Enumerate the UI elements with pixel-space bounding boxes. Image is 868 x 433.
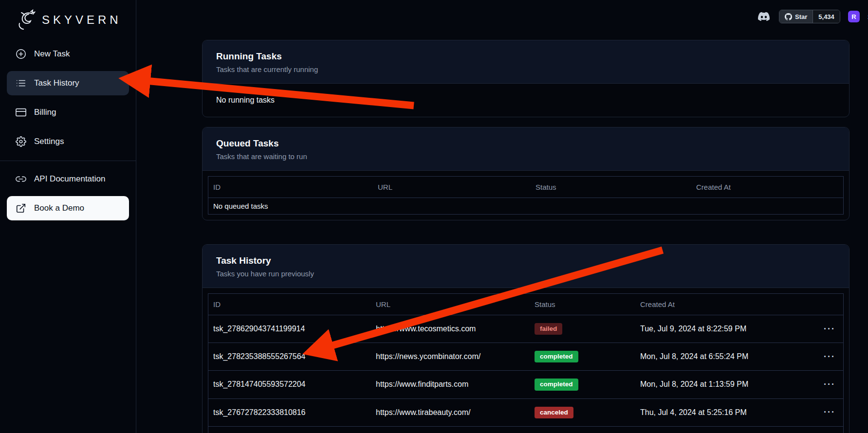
task-status-cell: canceled (530, 407, 635, 418)
skyvern-dragon-icon (15, 9, 37, 31)
external-link-icon (16, 203, 26, 214)
card-subtitle: Tasks you have run previously (216, 270, 835, 278)
task-status-cell: failed (530, 323, 635, 335)
task-url: https://www.finditparts.com (371, 380, 530, 389)
logo-text: SKYVERN (42, 13, 122, 27)
sidebar-item-book-a-demo[interactable]: Book a Demo (7, 196, 129, 220)
sidebar-item-billing[interactable]: Billing (7, 100, 129, 125)
plus-circle-icon (16, 49, 26, 59)
task-status-cell: completed (530, 351, 635, 362)
task-url: https://news.ycombinator.com/ (371, 352, 530, 361)
table-header-row: ID URL Status Created At (208, 294, 843, 315)
task-id: tsk_276727822333810816 (208, 408, 371, 417)
table-row[interactable]: tsk_278147405593572204 https://www.findi… (208, 370, 843, 398)
status-badge: failed (535, 323, 562, 335)
table-row[interactable]: tsk_278235388555267564 https://news.ycom… (208, 343, 843, 370)
table-header-row: ID URL Status Created At (208, 177, 843, 198)
task-id: tsk_278235388555267564 (208, 352, 371, 361)
status-badge: completed (535, 351, 578, 362)
gear-icon (16, 136, 26, 147)
table-row[interactable]: tsk_278629043741199914 https://www.tecos… (208, 315, 843, 343)
row-actions-button[interactable]: ··· (816, 352, 843, 362)
task-history-header: Task History Tasks you have run previous… (203, 245, 849, 288)
table-row[interactable]: tsk_274180139292204058 https://www.geico… (208, 426, 843, 433)
sidebar-divider (0, 161, 136, 161)
sidebar-item-new-task[interactable]: New Task (7, 42, 129, 66)
sidebar-nav: New Task Task History Billing Settings (0, 42, 136, 220)
card-title: Queued Tasks (216, 138, 835, 149)
sidebar-item-api-documentation[interactable]: API Documentation (7, 167, 129, 191)
queued-tasks-header: Queued Tasks Tasks that are waiting to r… (203, 127, 849, 171)
status-badge: canceled (535, 407, 573, 418)
row-actions-button[interactable]: ··· (816, 379, 843, 390)
sidebar-item-task-history[interactable]: Task History (7, 71, 129, 95)
queued-tasks-table: ID URL Status Created At No queued tasks (208, 176, 844, 215)
column-header-id: ID (208, 183, 373, 191)
running-tasks-empty: No running tasks (203, 84, 849, 117)
column-header-id: ID (208, 300, 371, 308)
status-badge: completed (535, 379, 578, 390)
task-url: https://www.tecosmetics.com (371, 325, 530, 333)
column-header-created-at: Created At (691, 183, 843, 191)
task-url: https://www.tirabeauty.com/ (371, 408, 530, 417)
sidebar-item-settings[interactable]: Settings (7, 129, 129, 154)
sidebar-item-label: Billing (34, 108, 56, 117)
row-actions-button[interactable]: ··· (816, 324, 843, 334)
column-header-url: URL (371, 300, 530, 308)
table-row[interactable]: tsk_276727822333810816 https://www.tirab… (208, 398, 843, 426)
running-tasks-header: Running Tasks Tasks that are currently r… (203, 40, 849, 84)
running-tasks-card: Running Tasks Tasks that are currently r… (202, 40, 850, 117)
column-header-status: Status (531, 183, 691, 191)
task-history-card: Task History Tasks you have run previous… (202, 244, 850, 433)
card-title: Task History (216, 255, 835, 266)
column-header-status: Status (530, 300, 635, 308)
column-header-created-at: Created At (635, 300, 816, 308)
row-actions-button[interactable]: ··· (816, 407, 843, 417)
sidebar: SKYVERN New Task Task History Billing Se… (0, 0, 136, 433)
main-content: Running Tasks Tasks that are currently r… (136, 0, 868, 433)
task-created-at: Mon, Jul 8, 2024 at 1:13:59 PM (635, 380, 816, 389)
task-created-at: Mon, Jul 8, 2024 at 6:55:24 PM (635, 352, 816, 361)
card-subtitle: Tasks that are waiting to run (216, 152, 835, 161)
task-id: tsk_278629043741199914 (208, 325, 371, 333)
queued-tasks-empty-text: No queued tasks (208, 202, 843, 210)
sidebar-item-label: Task History (34, 78, 79, 88)
task-id: tsk_278147405593572204 (208, 380, 371, 389)
sidebar-item-label: API Documentation (34, 174, 105, 184)
sidebar-item-label: Book a Demo (34, 203, 84, 213)
task-created-at: Thu, Jul 4, 2024 at 5:25:16 PM (635, 408, 816, 417)
task-status-cell: completed (530, 379, 635, 390)
credit-card-icon (16, 107, 26, 118)
card-title: Running Tasks (216, 51, 835, 62)
skyvern-logo[interactable]: SKYVERN (0, 0, 136, 34)
sidebar-item-label: Settings (34, 137, 64, 146)
task-created-at: Tue, Jul 9, 2024 at 8:22:59 PM (635, 325, 816, 333)
queued-tasks-card: Queued Tasks Tasks that are waiting to r… (202, 127, 850, 220)
task-history-table: ID URL Status Created At tsk_27862904374… (208, 293, 844, 433)
sidebar-item-label: New Task (34, 49, 70, 59)
queued-tasks-empty-row: No queued tasks (208, 198, 843, 214)
column-header-url: URL (373, 183, 531, 191)
list-icon (16, 78, 26, 89)
link-icon (16, 174, 26, 184)
card-subtitle: Tasks that are currently running (216, 65, 835, 73)
